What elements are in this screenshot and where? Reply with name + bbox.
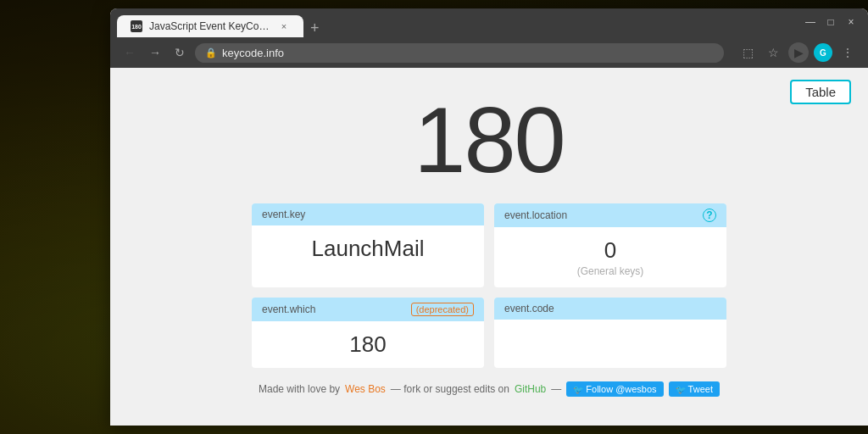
wesbos-link[interactable]: Wes Bos — [345, 383, 386, 395]
window-controls: — □ × — [804, 15, 858, 29]
footer-text2: — fork or suggest edits on — [391, 383, 509, 395]
event-location-body: 0 (General keys) — [494, 227, 726, 287]
keycode-number: 180 — [414, 93, 565, 186]
close-button[interactable]: × — [844, 15, 858, 29]
event-which-label: event.which — [262, 303, 315, 315]
cast-icon[interactable]: ⬚ — [737, 42, 758, 63]
twitter-follow-button[interactable]: 🐦 Follow @wesbos — [566, 381, 663, 397]
browser-window: 180 JavaScript Event KeyCodes × + — □ × … — [110, 8, 868, 426]
bookmark-icon[interactable]: ☆ — [763, 42, 783, 63]
footer-text1: Made with love by — [259, 383, 340, 395]
twitter-tweet-label: Tweet — [688, 384, 713, 394]
extension-icon[interactable]: ▶ — [788, 42, 809, 63]
tab-bar: 180 JavaScript Event KeyCodes × + — □ × — [110, 8, 868, 37]
forward-button[interactable]: → — [146, 44, 164, 61]
twitter-tweet-button[interactable]: 🐦 Tweet — [669, 381, 720, 397]
active-tab[interactable]: 180 JavaScript Event KeyCodes × — [117, 15, 303, 37]
tab-close-button[interactable]: × — [278, 20, 290, 32]
event-key-value: LaunchMail — [265, 236, 470, 262]
refresh-button[interactable]: ↻ — [171, 44, 188, 61]
event-which-value: 180 — [265, 331, 470, 358]
tab-favicon: 180 — [131, 20, 142, 32]
event-key-label: event.key — [262, 209, 305, 220]
event-key-body: LaunchMail — [252, 225, 484, 272]
browser-actions: ⬚ ☆ ▶ G ⋮ — [737, 42, 858, 63]
minimize-button[interactable]: — — [804, 15, 817, 29]
lock-icon: 🔒 — [205, 47, 217, 58]
event-location-info[interactable]: ? — [703, 209, 716, 222]
maximize-button[interactable]: □ — [824, 15, 837, 29]
event-code-card: event.code — [494, 298, 726, 368]
event-location-value: 0 — [508, 237, 713, 264]
event-location-header: event.location ? — [494, 203, 726, 227]
twitter-bird2-icon: 🐦 — [676, 385, 686, 394]
footer-text3: — — [551, 383, 561, 395]
new-tab-button[interactable]: + — [303, 20, 326, 36]
event-location-card: event.location ? 0 (General keys) — [494, 203, 726, 287]
table-button[interactable]: Table — [790, 80, 851, 104]
event-code-body — [494, 320, 726, 340]
menu-icon[interactable]: ⋮ — [837, 42, 858, 63]
cards-grid: event.key LaunchMail event.location ? 0 … — [252, 203, 726, 368]
event-which-card: event.which (deprecated) 180 — [252, 298, 484, 368]
event-key-header: event.key — [252, 203, 484, 225]
event-which-header: event.which (deprecated) — [252, 298, 484, 321]
back-button[interactable]: ← — [120, 44, 139, 61]
twitter-follow-label: Follow @wesbos — [586, 384, 656, 394]
address-bar: ← → ↻ 🔒 keycode.info ⬚ ☆ ▶ G ⋮ — [110, 37, 868, 68]
url-text: keycode.info — [222, 47, 284, 59]
browser-chrome: 180 JavaScript Event KeyCodes × + — □ × … — [110, 8, 868, 68]
twitter-bird-icon: 🐦 — [573, 385, 583, 394]
event-which-body: 180 — [252, 321, 484, 368]
github-link[interactable]: GitHub — [515, 383, 546, 395]
page-content: Table 180 event.key LaunchMail event.loc… — [110, 68, 868, 426]
event-location-label: event.location — [504, 209, 567, 221]
address-input[interactable]: 🔒 keycode.info — [195, 43, 724, 63]
event-which-deprecated-badge: (deprecated) — [411, 303, 474, 316]
tab-title: JavaScript Event KeyCodes — [149, 20, 271, 32]
event-code-label: event.code — [504, 303, 554, 314]
footer: Made with love by Wes Bos — fork or sugg… — [259, 381, 720, 397]
profile-avatar[interactable]: G — [814, 43, 832, 62]
event-location-subvalue: (General keys) — [508, 265, 713, 277]
event-key-card: event.key LaunchMail — [252, 203, 484, 287]
event-code-header: event.code — [494, 298, 726, 320]
